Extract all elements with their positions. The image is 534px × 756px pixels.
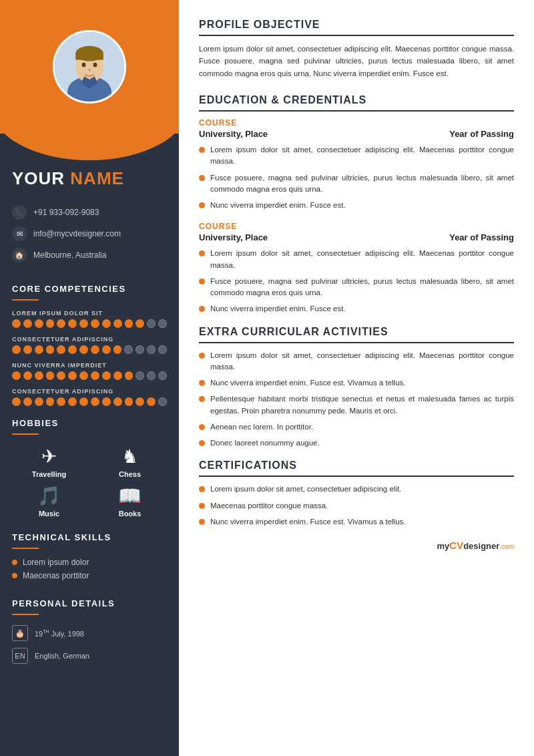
books-icon: 📖 — [118, 485, 142, 507]
edu-university-1: University, Place — [199, 129, 268, 139]
edu-year-1: Year of Passing — [449, 129, 514, 139]
hobby-label-chess: Chess — [119, 470, 141, 478]
profile-title: PROFILE OBJECTIVE — [199, 19, 514, 31]
edu-bullet-1-3: Nunc viverra imperdiet enim. Fusce est. — [199, 200, 514, 211]
edu-bullet-2-2: Fusce posuere, magna sed pulvinar ultric… — [199, 276, 514, 299]
extra-bullet-2: Nunc viverra imperdiet enim. Fusce est. … — [199, 377, 514, 389]
competency-label-2: CONSECTETUER ADIPISCING — [12, 336, 167, 343]
contact-phone: 📞 +91 933-092-9083 — [12, 205, 167, 220]
competency-1: LOREM IPSUM DOLOR SIT — [0, 307, 179, 333]
competency-4: CONSECTETUER ADIPISCING — [0, 385, 179, 411]
name-section: YOUR NAME — [0, 168, 179, 200]
hobby-label-music: Music — [39, 510, 59, 518]
skill-1: Lorem ipsum dolor — [0, 556, 179, 569]
education-title: EDUCATION & CREDENTIALS — [199, 94, 514, 106]
extra-bullet-3: Pellentesque habitant morbi tristique se… — [199, 393, 514, 417]
personal-dob: 🎂 19TH July, 1998 — [0, 622, 179, 644]
profile-divider — [199, 35, 514, 36]
edu-row-2: University, Place Year of Passing — [199, 232, 514, 242]
hobbies-divider — [12, 433, 39, 435]
dob-icon: 🎂 — [12, 625, 28, 641]
language-icon: EN — [12, 648, 28, 664]
extracurricular-divider — [199, 342, 514, 343]
personal-language: EN English, German — [0, 644, 179, 667]
competency-label-1: LOREM IPSUM DOLOR SIT — [12, 310, 167, 317]
address-icon: 🏠 — [12, 248, 27, 262]
technical-divider — [12, 548, 39, 549]
contact-address: 🏠 Melbourne, Australia — [12, 248, 167, 262]
education-divider — [199, 110, 514, 112]
hobby-chess: ♞ Chess — [93, 445, 167, 478]
profile-text: Lorem ipsum dolor sit amet, consectetuer… — [199, 43, 514, 79]
svg-point-8 — [93, 63, 97, 67]
contact-section: 📞 +91 933-092-9083 ✉ info@mycvdesigner.c… — [0, 200, 179, 277]
competency-dots-3 — [12, 371, 167, 380]
edu-bullet-1-1: Lorem ipsum dolor sit amet, consectetuer… — [199, 144, 514, 168]
email-icon: ✉ — [12, 226, 27, 241]
certifications-bullets: Lorem ipsum dolor sit amet, consectetuer… — [199, 484, 514, 528]
hobby-books: 📖 Books — [93, 485, 167, 518]
certifications-title: CERTIFICATIONS — [199, 459, 514, 471]
extra-bullet-1: Lorem ipsum dolor sit amet, consectetuer… — [199, 350, 514, 373]
personal-divider — [12, 614, 39, 615]
sidebar: YOUR NAME 📞 +91 933-092-9083 ✉ info@mycv… — [0, 0, 179, 756]
skill-dot-2 — [12, 573, 17, 578]
skill-2: Maecenas porttitor — [0, 569, 179, 582]
extra-bullet-4: Aenean nec lorem. In porttitor. — [199, 421, 514, 433]
name-white: YOUR — [12, 168, 70, 188]
cert-bullet-1: Lorem ipsum dolor sit amet, consectetuer… — [199, 484, 514, 495]
edu-row-1: University, Place Year of Passing — [199, 129, 514, 139]
music-icon: 🎵 — [37, 485, 61, 507]
hobbies-grid: ✈ Travelling ♞ Chess 🎵 Music 📖 Books — [0, 441, 179, 526]
course-label-2: COURSE — [199, 222, 514, 231]
competency-dots-4 — [12, 397, 167, 406]
edu-bullet-2-3: Nunc viverra imperdiet enim. Fusce est. — [199, 303, 514, 315]
extracurricular-bullets: Lorem ipsum dolor sit amet, consectetuer… — [199, 350, 514, 449]
extra-bullet-5: Donec laoreet nonummy augue. — [199, 437, 514, 449]
edu-bullets-2: Lorem ipsum dolor sit amet, consectetuer… — [199, 248, 514, 315]
svg-point-9 — [88, 68, 91, 72]
personal-title: PERSONAL DETAILS — [0, 592, 179, 614]
watermark-designer: designer — [463, 541, 499, 551]
watermark: myCVdesigner.com — [199, 540, 514, 551]
hobby-travelling: ✈ Travelling — [12, 445, 86, 478]
skill-dot-1 — [12, 560, 17, 565]
hobbies-title: HOBBIES — [0, 411, 179, 433]
edu-bullet-2-1: Lorem ipsum dolor sit amet, consectetuer… — [199, 248, 514, 271]
svg-rect-6 — [75, 53, 103, 59]
competencies-divider — [12, 299, 39, 301]
avatar — [53, 30, 126, 104]
watermark-my: my — [437, 541, 450, 551]
watermark-com: .com — [499, 543, 514, 550]
edu-bullets-1: Lorem ipsum dolor sit amet, consectetuer… — [199, 144, 514, 211]
contact-email: ✉ info@mycvdesigner.com — [12, 226, 167, 241]
competency-label-3: NUNC VIVERRA IMPERDIET — [12, 362, 167, 369]
watermark-cv: CV — [449, 540, 463, 551]
chess-icon: ♞ — [121, 445, 138, 467]
technical-title: TECHNICAL SKILLS — [0, 526, 179, 548]
edu-university-2: University, Place — [199, 232, 268, 242]
main-content: PROFILE OBJECTIVE Lorem ipsum dolor sit … — [179, 0, 534, 756]
course-label-1: COURSE — [199, 118, 514, 128]
extracurricular-title: EXTRA CURRICULAR ACTIVITIES — [199, 326, 514, 338]
edu-year-2: Year of Passing — [449, 232, 514, 242]
cert-bullet-2: Maecenas porttitor congue massa. — [199, 500, 514, 512]
competency-dots-2 — [12, 345, 167, 354]
name-orange: NAME — [70, 168, 124, 188]
competency-3: NUNC VIVERRA IMPERDIET — [0, 359, 179, 385]
edu-bullet-1-2: Fusce posuere, magna sed pulvinar ultric… — [199, 172, 514, 196]
sidebar-top — [0, 0, 179, 134]
hobby-label-travelling: Travelling — [32, 470, 66, 478]
svg-point-7 — [82, 63, 86, 67]
competency-label-4: CONSECTETUER ADIPISCING — [12, 388, 167, 395]
hobby-music: 🎵 Music — [12, 485, 86, 518]
hobby-label-books: Books — [119, 510, 142, 518]
phone-icon: 📞 — [12, 205, 27, 220]
certifications-divider — [199, 476, 514, 477]
competencies-title: CORE COMPETENCIES — [0, 277, 179, 299]
competency-dots-1 — [12, 319, 167, 328]
travelling-icon: ✈ — [41, 445, 57, 467]
competency-2: CONSECTETUER ADIPISCING — [0, 333, 179, 359]
cert-bullet-3: Nunc viverra imperdiet enim. Fusce est. … — [199, 516, 514, 528]
